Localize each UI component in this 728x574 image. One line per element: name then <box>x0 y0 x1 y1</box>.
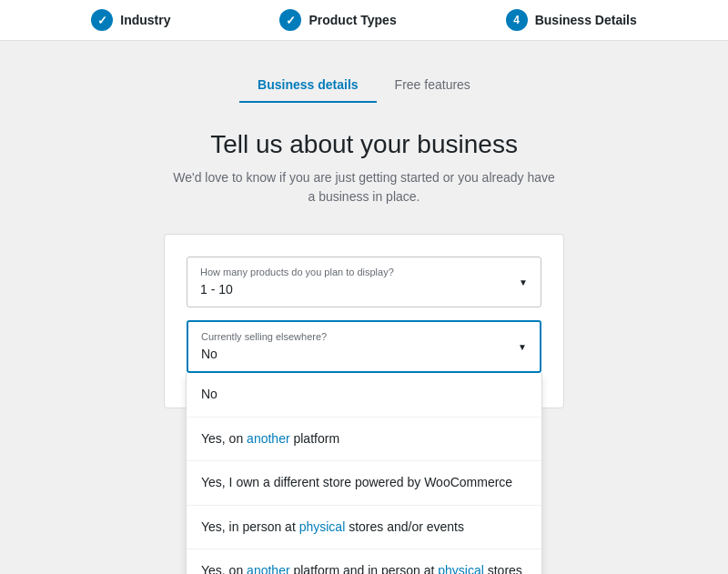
tab-free-features[interactable]: Free features <box>377 68 489 103</box>
products-select[interactable]: How many products do you plan to display… <box>187 257 541 307</box>
tab-business-details[interactable]: Business details <box>239 68 377 103</box>
step-industry: Industry <box>91 9 170 31</box>
dropdown-item-woocommerce[interactable]: Yes, I own a different store powered by … <box>187 461 541 506</box>
step-business-details-icon: 4 <box>506 9 528 31</box>
products-value: 1 - 10 <box>200 282 233 297</box>
selling-arrow-icon: ▼ <box>518 342 527 352</box>
page-title: Tell us about your business <box>173 130 555 159</box>
page-subtitle: We'd love to know if you are just gettin… <box>173 168 555 206</box>
business-form-card: How many products do you plan to display… <box>164 234 564 408</box>
dropdown-item-no[interactable]: No <box>187 373 541 418</box>
heading-section: Tell us about your business We'd love to… <box>173 130 555 206</box>
main-content: Business details Free features Tell us a… <box>0 41 728 427</box>
dropdown-item-another-platform[interactable]: Yes, on another platform <box>187 418 541 462</box>
step-product-types-label: Product Types <box>308 13 396 27</box>
selling-value: No <box>201 347 217 361</box>
dropdown-item-physical-stores[interactable]: Yes, in person at physical stores and/or… <box>187 506 541 550</box>
step-industry-icon <box>91 9 113 31</box>
dropdown-item-another-and-physical[interactable]: Yes, on another platform and in person a… <box>187 549 541 574</box>
products-label: How many products do you plan to display… <box>200 267 528 277</box>
step-industry-label: Industry <box>120 13 170 27</box>
step-business-details: 4 Business Details <box>506 9 637 31</box>
step-product-types: Product Types <box>279 9 396 31</box>
selling-dropdown: No Yes, on another platform Yes, I own a… <box>186 373 542 574</box>
selling-select[interactable]: Currently selling elsewhere? No ▼ <box>187 320 541 373</box>
step-business-details-label: Business Details <box>535 13 637 27</box>
selling-select-wrapper: Currently selling elsewhere? No ▼ No Yes… <box>187 320 541 373</box>
stepper: Industry Product Types 4 Business Detail… <box>0 0 728 41</box>
step-product-types-icon <box>279 9 301 31</box>
tab-bar: Business details Free features <box>239 68 489 103</box>
products-arrow-icon: ▼ <box>519 277 528 287</box>
selling-label: Currently selling elsewhere? <box>201 331 527 342</box>
